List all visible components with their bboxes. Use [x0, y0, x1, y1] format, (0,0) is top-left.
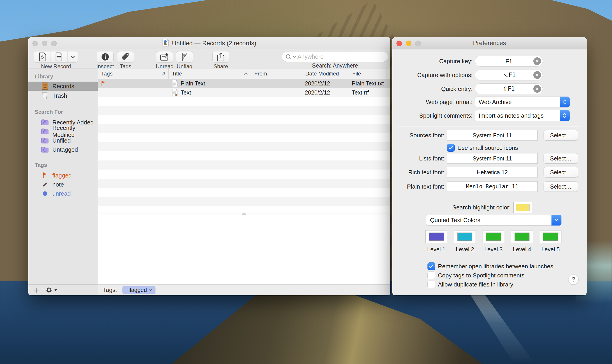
- sidebar-item-tag-unread[interactable]: unread: [28, 189, 98, 198]
- sidebar-footer: [28, 285, 98, 295]
- sidebar-item-untagged[interactable]: Untagged: [28, 145, 98, 154]
- separator: [398, 198, 581, 198]
- level-5-label: Level 5: [542, 246, 560, 253]
- token-chevron-icon: [149, 289, 152, 291]
- column-header-from[interactable]: From: [251, 68, 302, 79]
- level-2: Level 2: [454, 230, 476, 253]
- menu-triangle-icon: [54, 289, 57, 291]
- remember-libraries-label: Remember open libraries between launches: [438, 263, 553, 270]
- main-titlebar[interactable]: Untitled — Records (2 records): [28, 37, 390, 49]
- plain-text-font-select-button[interactable]: Select…: [544, 181, 578, 192]
- tag-token-flagged[interactable]: flagged: [122, 286, 156, 294]
- column-header-tags[interactable]: Tags: [98, 68, 141, 79]
- plain-text-font-row: Plain text font: Menlo Regular 11 Select…: [392, 181, 578, 192]
- close-button[interactable]: [32, 40, 38, 46]
- smart-folder-icon: [41, 137, 49, 144]
- zoom-button[interactable]: [51, 40, 57, 46]
- smart-folder-icon: [41, 146, 49, 154]
- prefs-titlebar[interactable]: Preferences: [392, 37, 587, 49]
- minimize-button[interactable]: [42, 40, 47, 46]
- remember-libraries-row[interactable]: Remember open libraries between launches: [428, 262, 553, 270]
- table-row[interactable]: Text 2020/2/12 Text.rtf: [98, 88, 390, 97]
- column-header-file[interactable]: File: [349, 68, 387, 79]
- column-header-date-modified[interactable]: Date Modified: [302, 68, 349, 79]
- sources-font-select-button[interactable]: Select…: [544, 130, 578, 141]
- copy-tags-checkbox[interactable]: [428, 272, 435, 279]
- new-rich-record-button[interactable]: [51, 51, 67, 63]
- action-menu-button[interactable]: [46, 287, 57, 294]
- level-5: Level 5: [540, 230, 561, 253]
- rich-text-font-select-button[interactable]: Select…: [544, 167, 578, 178]
- new-record-dropdown-button[interactable]: [67, 51, 78, 63]
- quick-entry-row: Quick entry: ⇧F1: [392, 83, 543, 94]
- unread-button[interactable]: [156, 51, 173, 63]
- search-highlight-color-well[interactable]: [513, 202, 532, 213]
- web-page-format-popup[interactable]: Web Archive: [475, 97, 570, 107]
- sidebar-section-tags: Tags: [35, 162, 47, 168]
- small-source-icons-checkbox[interactable]: [447, 144, 455, 152]
- level-4-color-well[interactable]: [511, 230, 533, 243]
- sidebar-item-tag-note[interactable]: note: [28, 180, 98, 189]
- help-button[interactable]: ?: [568, 274, 579, 285]
- capture-key-field[interactable]: F1: [475, 56, 543, 67]
- quoted-text-colors-popup[interactable]: Quoted Text Colors: [426, 215, 561, 225]
- sidebar-item-records[interactable]: Records: [28, 82, 98, 91]
- allow-duplicates-row[interactable]: Allow duplicate files in library: [428, 281, 513, 288]
- small-source-icons-label: Use small source icons: [457, 144, 518, 151]
- info-icon: [101, 53, 109, 61]
- source-list: Library Records Trash Search For Recentl…: [28, 68, 98, 285]
- tags-button[interactable]: [117, 51, 134, 63]
- clear-button[interactable]: [533, 57, 541, 65]
- column-header-number[interactable]: #: [141, 68, 169, 79]
- x-icon: [535, 87, 539, 91]
- search-input[interactable]: Anywhere: [282, 52, 388, 62]
- remember-libraries-checkbox[interactable]: [428, 262, 435, 270]
- table-row[interactable]: Plain Text 2020/2/12 Plain Text.txt: [98, 79, 390, 88]
- quick-entry-field[interactable]: ⇧F1: [475, 83, 543, 94]
- rich-text-font-field: Helvetica 12: [447, 167, 538, 178]
- lists-font-row: Lists font: System Font 11 Select…: [392, 153, 578, 164]
- column-options-button[interactable]: [387, 68, 390, 79]
- blue-dot-icon: [41, 190, 49, 197]
- sidebar-item-unfiled[interactable]: Unfiled: [28, 136, 98, 145]
- flag-icon: [41, 171, 49, 179]
- capture-options-field[interactable]: ⌥F1: [475, 70, 543, 80]
- level-3: Level 3: [482, 230, 504, 253]
- level-1-color-well[interactable]: [425, 230, 447, 243]
- sidebar-section-search-for: Search For: [35, 109, 63, 115]
- copy-tags-row[interactable]: Copy tags to Spotlight comments: [428, 272, 524, 279]
- level-2-color-well[interactable]: [454, 230, 476, 243]
- add-source-button[interactable]: [33, 287, 39, 293]
- allow-duplicates-checkbox[interactable]: [428, 281, 435, 288]
- inspect-button[interactable]: [97, 51, 114, 63]
- document-icon: [172, 80, 178, 87]
- column-header-title[interactable]: Title: [169, 68, 251, 79]
- small-source-icons-row[interactable]: Use small source icons: [447, 144, 518, 152]
- table-header: Tags # Title From Date Modified File: [98, 68, 390, 79]
- minimize-button[interactable]: [406, 40, 411, 46]
- unflag-icon: [180, 52, 189, 61]
- share-button[interactable]: [212, 51, 229, 63]
- clear-button[interactable]: [533, 85, 541, 93]
- clear-button[interactable]: [533, 71, 541, 79]
- sidebar-item-trash[interactable]: Trash: [28, 91, 98, 100]
- sidebar-item-label: Untagged: [52, 146, 78, 153]
- row-date-modified: 2020/2/12: [305, 89, 330, 96]
- lists-font-select-button[interactable]: Select…: [544, 153, 578, 164]
- new-text-record-button[interactable]: A: [34, 51, 51, 63]
- sidebar-item-recently-modified[interactable]: Recently Modified: [28, 127, 98, 136]
- level-5-color-well[interactable]: [540, 230, 561, 243]
- unflag-button[interactable]: [176, 51, 193, 63]
- row-title: Text: [181, 89, 191, 96]
- close-button[interactable]: [396, 40, 402, 46]
- sidebar-item-tag-flagged[interactable]: flagged: [28, 171, 98, 180]
- popup-chevron-icon: [551, 215, 561, 225]
- records-cabinet-icon: [41, 82, 49, 90]
- share-icon: [217, 52, 225, 61]
- level-4-label: Level 4: [513, 246, 531, 253]
- unflag-group: Unflag: [176, 51, 193, 70]
- pane-splitter[interactable]: [98, 212, 390, 215]
- checkmark-icon: [429, 264, 434, 268]
- level-3-color-well[interactable]: [482, 230, 504, 243]
- spotlight-comments-popup[interactable]: Import as notes and tags: [475, 110, 570, 121]
